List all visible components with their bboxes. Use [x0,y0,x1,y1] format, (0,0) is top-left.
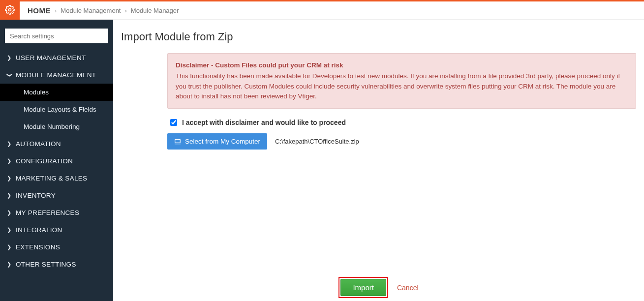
chevron-right-icon: ❯ [7,227,12,233]
chevron-right-icon: ❯ [7,192,12,199]
sidebar-cat-marketing[interactable]: ❯ MARKETING & SALES [0,170,113,187]
sidebar-cat-user-management[interactable]: ❯ USER MANAGEMENT [0,49,113,66]
sidebar-cat-inventory[interactable]: ❯ INVENTORY [0,187,113,204]
search-input[interactable] [5,29,108,43]
gear-icon [5,5,15,15]
accept-checkbox[interactable] [170,119,177,126]
settings-sidebar: ❯ USER MANAGEMENT ❯ MODULE MANAGEMENT do… [0,20,113,301]
sidebar-label: INTEGRATION [16,226,62,234]
disclaimer-box: Disclaimer - Custom Files could put your… [167,53,636,109]
chevron-right-icon: › [124,7,126,14]
chevron-down-icon: ❯ [6,73,13,78]
sidebar-cat-preferences[interactable]: ❯ MY PREFERENCES [0,204,113,221]
chevron-right-icon: ❯ [7,261,12,268]
svg-point-0 [9,9,11,11]
chevron-right-icon: ❯ [7,55,12,61]
laptop-icon [174,138,181,145]
sidebar-label: USER MANAGEMENT [16,54,86,61]
select-file-label: Select from My Computer [185,138,260,145]
sidebar-cat-module-management[interactable]: ❯ MODULE MANAGEMENT [0,66,113,84]
disclaimer-title: Disclaimer - Custom Files could put your… [176,60,628,70]
main-panel: Import Module from Zip Disclaimer - Cust… [113,20,644,301]
accept-label: I accept with disclaimer and would like … [182,119,346,126]
header-accent [20,0,644,1]
selected-file-path: C:\fakepath\CTOfficeSuite.zip [275,138,359,145]
chevron-right-icon: › [55,7,57,14]
import-highlight: Import [338,277,388,298]
action-bar: Import Cancel [113,274,644,301]
cancel-link[interactable]: Cancel [397,284,419,292]
sidebar-label: INVENTORY [16,192,56,199]
chevron-right-icon: ❯ [7,244,12,250]
sidebar-item-module-numbering[interactable]: Module Numbering [0,118,113,135]
chevron-right-icon: ❯ [7,141,12,147]
sidebar-item-module-layouts[interactable]: Module Layouts & Fields [0,101,113,118]
chevron-right-icon: ❯ [7,158,12,164]
sidebar-label: OTHER SETTINGS [16,261,76,268]
sidebar-label: AUTOMATION [16,140,61,148]
sidebar-label: MY PREFERENCES [16,209,79,216]
sidebar-label: EXTENSIONS [16,243,60,251]
sidebar-label: MARKETING & SALES [16,175,87,182]
sidebar-label: CONFIGURATION [16,157,73,165]
select-file-button[interactable]: Select from My Computer [167,133,267,150]
sidebar-cat-extensions[interactable]: ❯ EXTENSIONS [0,239,113,256]
breadcrumb-seg1[interactable]: Module Management [61,7,121,14]
chevron-right-icon: ❯ [7,210,12,216]
sidebar-cat-other-settings[interactable]: ❯ OTHER SETTINGS [0,256,113,273]
svg-rect-1 [175,139,181,143]
page-title: Import Module from Zip [113,20,644,53]
disclaimer-body: This functionality has been made availab… [176,72,620,100]
breadcrumb-seg2: Module Manager [131,7,179,14]
sidebar-subitems: Modules Module Layouts & Fields Module N… [0,84,113,135]
sidebar-item-modules[interactable]: Modules [0,84,113,101]
sidebar-cat-automation[interactable]: ❯ AUTOMATION [0,135,113,152]
settings-gear-button[interactable] [0,0,20,20]
import-button[interactable]: Import [340,279,386,296]
breadcrumb: HOME › Module Management › Module Manage… [20,1,644,20]
breadcrumb-home[interactable]: HOME [28,6,51,15]
sidebar-cat-configuration[interactable]: ❯ CONFIGURATION [0,152,113,170]
sidebar-label: MODULE MANAGEMENT [16,71,96,79]
sidebar-cat-integration[interactable]: ❯ INTEGRATION [0,221,113,239]
chevron-right-icon: ❯ [7,175,12,181]
